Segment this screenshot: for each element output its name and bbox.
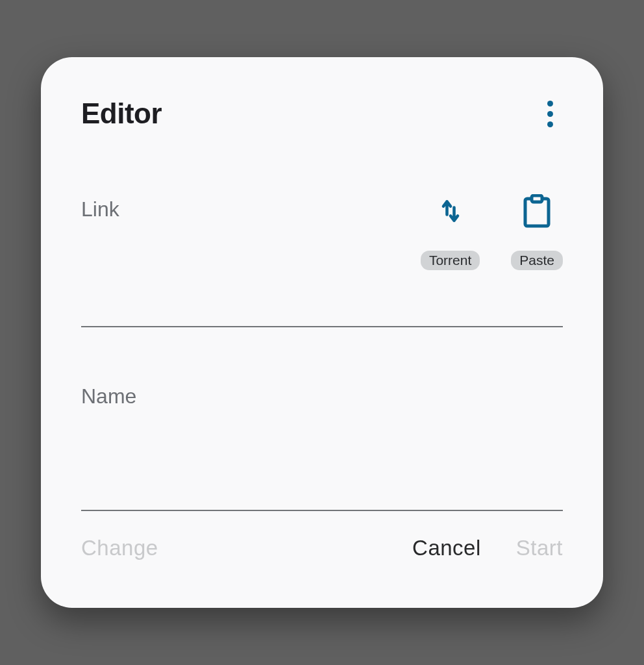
name-section: Name [81,382,563,511]
start-button[interactable]: Start [516,536,563,560]
more-vertical-icon [547,101,553,127]
cancel-button[interactable]: Cancel [412,536,481,560]
dialog-title: Editor [81,97,162,130]
link-row: Link Torrent [81,195,563,270]
dialog-footer: Change Cancel Start [81,516,563,571]
torrent-button[interactable]: Torrent [421,195,480,270]
link-section: Link Torrent [81,195,563,327]
name-label: Name [81,382,563,408]
more-menu-button[interactable] [537,98,563,129]
clipboard-icon [521,195,553,227]
paste-button[interactable]: Paste [511,195,563,270]
link-input[interactable] [81,295,563,327]
torrent-chip: Torrent [421,251,480,270]
editor-dialog: Editor Link [41,57,603,608]
link-actions: Torrent Paste [421,195,563,270]
link-label: Link [81,195,119,221]
svg-rect-1 [532,195,542,202]
swap-vertical-icon [434,195,467,227]
change-button[interactable]: Change [81,536,158,560]
name-input[interactable] [81,479,563,511]
dialog-header: Editor [81,97,563,130]
paste-chip: Paste [511,251,563,270]
